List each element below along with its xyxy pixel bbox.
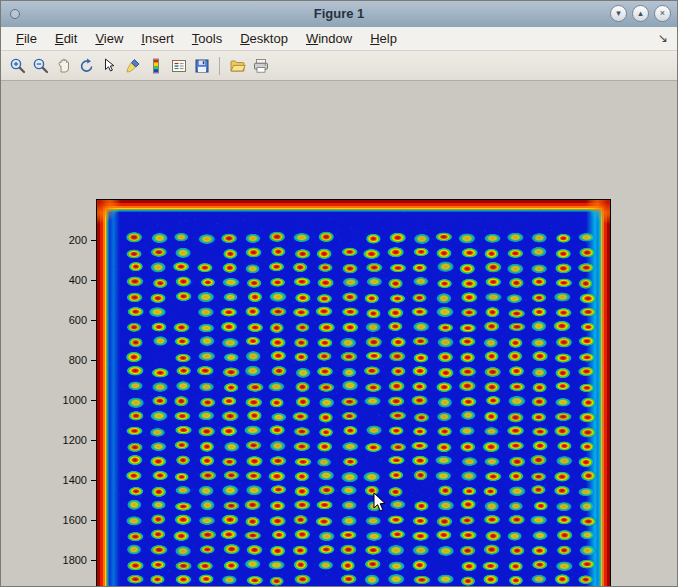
save-icon[interactable] bbox=[190, 54, 213, 77]
menu-view[interactable]: View bbox=[86, 28, 132, 49]
zoom-out-icon[interactable] bbox=[29, 54, 52, 77]
y-tick-label: 1800 bbox=[63, 554, 87, 566]
y-tick-label: 600 bbox=[69, 314, 87, 326]
toolbar bbox=[1, 51, 677, 81]
y-tick-label: 1200 bbox=[63, 434, 87, 446]
figure-window: Figure 1 ▾ ▴ × File Edit View Insert Too… bbox=[0, 0, 678, 587]
y-tick-label: 1000 bbox=[63, 394, 87, 406]
menu-desktop[interactable]: Desktop bbox=[231, 28, 297, 49]
menu-overflow-icon[interactable]: ↘ bbox=[658, 31, 668, 45]
menubar: File Edit View Insert Tools Desktop Wind… bbox=[1, 27, 677, 51]
y-tick bbox=[91, 400, 96, 401]
open-folder-icon[interactable] bbox=[226, 54, 249, 77]
brush-icon[interactable] bbox=[121, 54, 144, 77]
zoom-in-icon[interactable] bbox=[6, 54, 29, 77]
y-tick-label: 400 bbox=[69, 274, 87, 286]
pan-hand-icon[interactable] bbox=[52, 54, 75, 77]
menu-insert[interactable]: Insert bbox=[132, 28, 183, 49]
menu-edit[interactable]: Edit bbox=[46, 28, 86, 49]
y-tick bbox=[91, 440, 96, 441]
menu-file[interactable]: File bbox=[7, 28, 46, 49]
figure-canvas-area: 2004006008001000120014002004006008001000… bbox=[1, 82, 677, 586]
y-tick bbox=[91, 240, 96, 241]
print-icon[interactable] bbox=[249, 54, 272, 77]
menu-window[interactable]: Window bbox=[297, 28, 361, 49]
y-tick-label: 800 bbox=[69, 354, 87, 366]
y-tick bbox=[91, 480, 96, 481]
scan-image[interactable] bbox=[97, 200, 610, 587]
close-button[interactable]: × bbox=[654, 5, 671, 22]
minimize-button[interactable]: ▾ bbox=[610, 5, 627, 22]
window-controls: ▾ ▴ × bbox=[610, 5, 671, 22]
y-tick bbox=[91, 520, 96, 521]
titlebar: Figure 1 ▾ ▴ × bbox=[1, 1, 677, 28]
toolbar-separator bbox=[219, 57, 220, 75]
maximize-button[interactable]: ▴ bbox=[632, 5, 649, 22]
colorbar-icon[interactable] bbox=[144, 54, 167, 77]
y-tick bbox=[91, 360, 96, 361]
y-tick-label: 1400 bbox=[63, 474, 87, 486]
window-title: Figure 1 bbox=[1, 1, 677, 27]
data-cursor-icon[interactable] bbox=[98, 54, 121, 77]
menu-help[interactable]: Help bbox=[361, 28, 406, 49]
rotate-3d-icon[interactable] bbox=[75, 54, 98, 77]
y-tick bbox=[91, 560, 96, 561]
axes: 2004006008001000120014002004006008001000… bbox=[96, 199, 611, 587]
y-tick bbox=[91, 280, 96, 281]
y-tick bbox=[91, 320, 96, 321]
y-tick-label: 1600 bbox=[63, 514, 87, 526]
menu-tools[interactable]: Tools bbox=[183, 28, 231, 49]
y-tick-label: 200 bbox=[69, 234, 87, 246]
legend-icon[interactable] bbox=[167, 54, 190, 77]
